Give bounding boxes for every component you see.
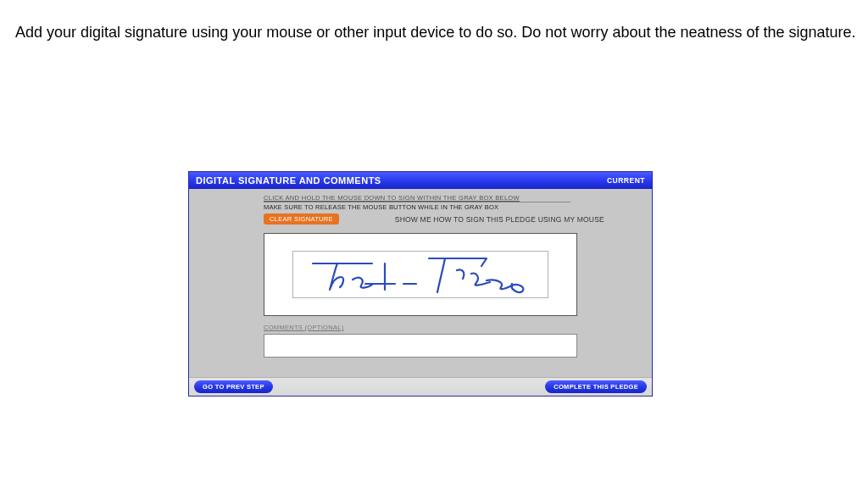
signature-panel: DIGITAL SIGNATURE AND COMMENTS CURRENT C… — [188, 171, 653, 396]
page-instruction: Add your digital signature using your mo… — [15, 24, 856, 42]
clear-signature-button[interactable]: CLEAR SIGNATURE — [264, 214, 339, 225]
panel-header: DIGITAL SIGNATURE AND COMMENTS CURRENT — [189, 172, 652, 189]
signature-area-container — [264, 233, 577, 316]
signature-stroke — [293, 252, 549, 299]
panel-status: CURRENT — [607, 176, 645, 185]
complete-pledge-button[interactable]: COMPLETE THIS PLEDGE — [545, 380, 647, 393]
prev-step-button[interactable]: GO TO PREV STEP — [194, 380, 273, 393]
comments-label: COMMENTS (OPTIONAL) — [264, 324, 652, 331]
panel-body: CLICK AND HOLD THE MOUSE DOWN TO SIGN WI… — [189, 189, 652, 379]
panel-title: DIGITAL SIGNATURE AND COMMENTS — [196, 175, 381, 186]
signature-canvas[interactable] — [292, 251, 548, 298]
instruction-line2: MAKE SURE TO RELEASE THE MOUSE BUTTON WH… — [264, 203, 643, 211]
instructions-area: CLICK AND HOLD THE MOUSE DOWN TO SIGN WI… — [264, 194, 643, 225]
help-text-link[interactable]: SHOW ME HOW TO SIGN THIS PLEDGE USING MY… — [395, 215, 604, 224]
instruction-line1: CLICK AND HOLD THE MOUSE DOWN TO SIGN WI… — [264, 194, 643, 202]
comments-input[interactable] — [264, 334, 577, 358]
panel-footer: GO TO PREV STEP COMPLETE THIS PLEDGE — [189, 377, 652, 396]
instruction-divider — [264, 202, 570, 202]
